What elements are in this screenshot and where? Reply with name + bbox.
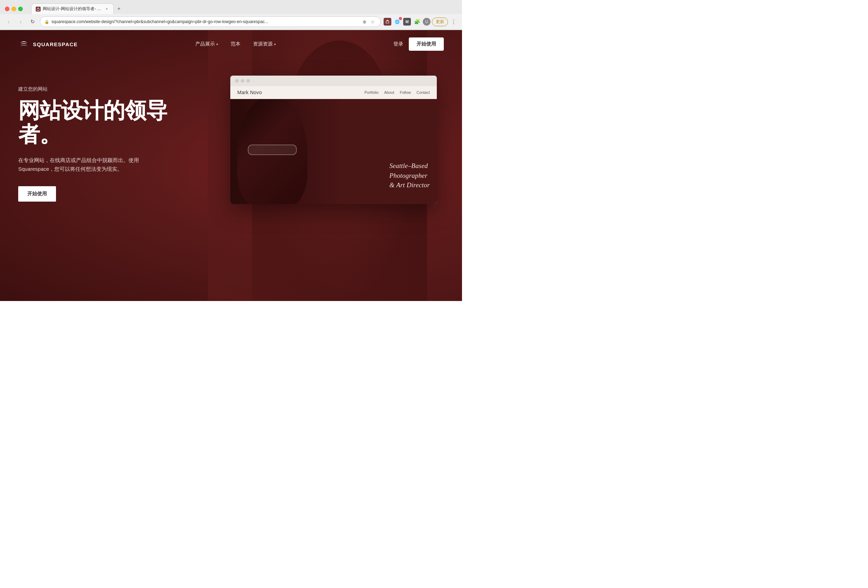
tab-bar: 网站设计-网站设计的领导者- Sq... × + xyxy=(31,3,457,14)
profile-button[interactable]: U xyxy=(423,18,431,25)
preview-text-overlay: Seattle–Based Photographer & Art Directo… xyxy=(389,161,430,190)
preview-site-name: Mark Novo xyxy=(237,90,262,95)
preview-nav-about: About xyxy=(384,90,394,95)
preview-site-nav: Mark Novo Portfolio About Follow Contact xyxy=(230,86,437,99)
tab-close-button[interactable]: × xyxy=(104,7,109,12)
login-button[interactable]: 登录 xyxy=(393,41,403,47)
nav-templates[interactable]: 范本 xyxy=(231,41,241,47)
browser-actions: 🌐 新 M 🧩 U 更新 ⋮ xyxy=(384,17,458,26)
svg-point-0 xyxy=(38,8,38,9)
bookmark-icon[interactable]: ☆ xyxy=(369,18,376,25)
products-chevron-icon: ▾ xyxy=(216,42,218,46)
preview-nav-follow: Follow xyxy=(400,90,411,95)
tab-favicon xyxy=(36,7,41,12)
nav-start-button[interactable]: 开始使用 xyxy=(409,37,444,51)
address-bar[interactable]: 🔒 squarespace.com/website-design/?channe… xyxy=(40,16,381,27)
preview-image: Seattle–Based Photographer & Art Directo… xyxy=(230,99,437,204)
hero-text: 建立您的网站 网站设计的领导者。 在专业网站，在线商店或产品组合中脱颖而出。使用… xyxy=(18,79,179,202)
refresh-button[interactable]: ↻ xyxy=(28,17,37,26)
preview-dot-3 xyxy=(247,79,250,83)
squarespace-extension[interactable] xyxy=(384,18,391,25)
svg-point-1 xyxy=(387,20,388,21)
nav-products[interactable]: 产品展示 ▾ xyxy=(195,41,218,47)
nav-actions: 登录 开始使用 xyxy=(393,37,444,51)
logo[interactable]: SQUARESPACE xyxy=(18,38,78,50)
lock-icon: 🔒 xyxy=(44,19,49,24)
edge-extension[interactable]: 🌐 新 xyxy=(393,17,402,26)
resources-chevron-icon: ▾ xyxy=(274,42,276,46)
preview-tagline: Seattle–Based Photographer & Art Directo… xyxy=(389,161,430,190)
preview-head xyxy=(237,99,307,204)
extensions-button[interactable]: 🧩 xyxy=(412,17,421,26)
logo-icon xyxy=(18,38,30,50)
title-bar: 网站设计-网站设计的领导者- Sq... × + xyxy=(0,0,462,14)
browser-chrome: 网站设计-网站设计的领导者- Sq... × + ‹ › ↻ 🔒 squares… xyxy=(0,0,462,30)
preview-nav-links: Portfolio About Follow Contact xyxy=(365,90,430,95)
preview-titlebar xyxy=(230,75,437,86)
browser-menu-button[interactable]: ⋮ xyxy=(449,19,458,25)
traffic-lights xyxy=(5,7,23,11)
hero-title: 网站设计的领导者。 xyxy=(18,99,179,146)
nav-resources[interactable]: 资源资源 ▾ xyxy=(253,41,276,47)
translate-icon[interactable]: ⊕ xyxy=(361,18,368,25)
minimize-button[interactable] xyxy=(12,7,16,11)
address-bar-row: ‹ › ↻ 🔒 squarespace.com/website-design/?… xyxy=(0,14,462,30)
hero-cta-button[interactable]: 开始使用 xyxy=(18,186,56,202)
active-tab[interactable]: 网站设计-网站设计的领导者- Sq... × xyxy=(31,3,114,14)
preview-browser: Mark Novo Portfolio About Follow Contact xyxy=(230,75,437,204)
update-button[interactable]: 更新 xyxy=(432,18,448,26)
nav-links: 产品展示 ▾ 范本 资源资源 ▾ xyxy=(195,41,276,47)
hero-section: 建立您的网站 网站设计的领导者。 在专业网站，在线商店或产品组合中脱颖而出。使用… xyxy=(0,58,462,204)
preview-dot-1 xyxy=(235,79,239,83)
tab-title: 网站设计-网站设计的领导者- Sq... xyxy=(43,6,102,12)
website-content: SQUARESPACE 产品展示 ▾ 范本 资源资源 ▾ 登录 开始使用 建立您… xyxy=(0,30,462,301)
preview-nav-contact: Contact xyxy=(416,90,430,95)
address-icons: ⊕ ☆ xyxy=(361,18,376,25)
m-extension[interactable]: M xyxy=(403,18,411,25)
preview-dot-2 xyxy=(241,79,244,83)
maximize-button[interactable] xyxy=(18,7,23,11)
logo-text: SQUARESPACE xyxy=(33,41,78,47)
back-button[interactable]: ‹ xyxy=(4,17,13,26)
hero-description: 在专业网站，在线商店或产品组合中脱颖而出。使用Squarespace，您可以将任… xyxy=(18,156,158,174)
url-text: squarespace.com/website-design/?channel=… xyxy=(52,19,359,24)
close-button[interactable] xyxy=(5,7,9,11)
preview-nav-portfolio: Portfolio xyxy=(365,90,378,95)
new-tab-button[interactable]: + xyxy=(114,4,124,13)
preview-person-bg xyxy=(230,99,344,204)
site-navigation: SQUARESPACE 产品展示 ▾ 范本 资源资源 ▾ 登录 开始使用 xyxy=(0,30,462,58)
preview-window: Mark Novo Portfolio About Follow Contact xyxy=(230,75,437,204)
forward-button[interactable]: › xyxy=(16,17,25,26)
hero-subtitle: 建立您的网站 xyxy=(18,86,179,92)
